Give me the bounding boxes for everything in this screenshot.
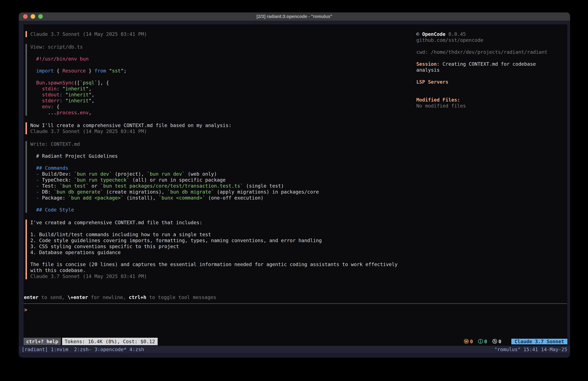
terminal-line: View: script/db.ts	[30, 44, 426, 50]
terminal-line: stderr: "inherit",	[30, 98, 426, 104]
window-titlebar[interactable]: [2/3] radiant:3:opencode - "romulus"	[19, 12, 570, 21]
message-block: I've created a comprehensive CONTEXT.md …	[25, 220, 426, 279]
terminal-line: 2. Code style guidelines covering import…	[30, 238, 426, 244]
terminal-content: Claude 3.7 Sonnet (14 May 2025 03:41 PM)…	[19, 21, 570, 358]
tmux-right-status: "romulus" 15:41 14-May-25	[494, 347, 567, 352]
session-sidebar: © OpenCode 0.0.45github.com/sst/opencode…	[416, 31, 570, 109]
info-circle-icon: ⓘ0	[478, 338, 487, 345]
terminal-line: Claude 3.7 Sonnet (14 May 2025 03:41 PM)	[30, 273, 426, 279]
terminal-line	[30, 147, 426, 153]
terminal-line: Write: CONTEXT.md	[30, 141, 426, 147]
terminal-line: The file is concise (20 lines) and captu…	[30, 261, 426, 267]
sidebar-line	[416, 43, 570, 49]
sidebar-line	[416, 91, 570, 97]
tmux-window-2[interactable]: 2:zsh-	[71, 347, 91, 352]
sidebar-line: Session: Creating CONTEXT.md for codebas…	[416, 61, 570, 67]
terminal-line: stdout: "inherit",	[30, 92, 426, 98]
terminal-line: 3. CSS styling conventions specific to t…	[30, 244, 426, 249]
tool-write-block: Write: CONTEXT.md # Radiant Project Guid…	[25, 141, 426, 213]
status-bar: ctrl+? help Tokens: 16.4K (8%), Cost: $0…	[23, 338, 567, 345]
terminal-line	[30, 255, 426, 261]
warning-circle-icon: ⓦ0	[464, 338, 473, 345]
terminal-line: import { Resource } from "sst";	[30, 68, 426, 74]
terminal-line: - DB: `bun db generate` (create migratio…	[30, 189, 426, 195]
terminal-line: Claude 3.7 Sonnet (14 May 2025 03:41 PM)	[30, 31, 426, 37]
terminal-line: ...process.env,	[30, 110, 426, 116]
sidebar-line	[416, 85, 570, 91]
terminal-line	[30, 159, 426, 165]
hint-circle-icon: ⓗ0	[492, 338, 501, 345]
terminal-line	[30, 225, 426, 231]
terminal-line	[30, 62, 426, 68]
tokens-cost-badge: Tokens: 16.4K (8%), Cost: $0.12	[62, 338, 158, 345]
tool-view-block: View: script/db.ts #!/usr/bin/env bun im…	[25, 44, 426, 116]
terminal-line	[30, 201, 426, 207]
terminal-line: stdin: "inherit",	[30, 86, 426, 92]
sidebar-line	[416, 55, 570, 61]
terminal-line	[30, 50, 426, 56]
sidebar-line: Modified Files:	[416, 97, 570, 103]
tmux-session-name: [radiant]	[22, 347, 51, 352]
sidebar-line: analysis	[416, 67, 570, 73]
message-block: Now I'll create a comprehensive CONTEXT.…	[25, 122, 426, 134]
terminal-line: ## Commands	[30, 165, 426, 171]
keybind-help-line: enter to send, \+enter for newline, ctrl…	[24, 294, 216, 300]
sidebar-line: LSP Servers	[416, 79, 570, 85]
message-header-block: Claude 3.7 Sonnet (14 May 2025 03:41 PM)	[25, 31, 426, 37]
terminal-line: I've created a comprehensive CONTEXT.md …	[30, 220, 426, 225]
tmux-window-1[interactable]: 1:nvim	[51, 347, 71, 352]
terminal-line: Claude 3.7 Sonnet (14 May 2025 03:41 PM)	[30, 128, 426, 134]
terminal-line: - Package: `bun add <package>` (install)…	[30, 195, 426, 201]
sidebar-line: github.com/sst/opencode	[416, 37, 570, 43]
sidebar-line: No modified files	[416, 103, 570, 109]
diagnostics-counters: ⓦ0ⓘ0ⓗ0	[464, 338, 504, 345]
input-divider	[23, 303, 567, 304]
prompt-input[interactable]: >	[24, 307, 27, 313]
tmux-window-4[interactable]: 4:zsh	[126, 347, 144, 352]
terminal-line: - TypeCheck: `bun run typecheck` (all) o…	[30, 177, 426, 183]
conversation-pane: Claude 3.7 Sonnet (14 May 2025 03:41 PM)…	[25, 31, 426, 286]
sidebar-line	[416, 73, 570, 79]
sidebar-line: © OpenCode 0.0.45	[416, 31, 570, 37]
help-badge: ctrl+? help	[23, 338, 61, 345]
terminal-line: - Test: `bun test` or `bun test packages…	[30, 183, 426, 189]
terminal-line: - Build/Dev: `bun run dev` (project), `b…	[30, 171, 426, 177]
terminal-window: [2/3] radiant:3:opencode - "romulus" Cla…	[19, 12, 570, 358]
tmux-window-3[interactable]: 3:opencode*	[92, 347, 127, 352]
terminal-line: # Radiant Project Guidelines	[30, 153, 426, 159]
terminal-line: env: {	[30, 104, 426, 110]
terminal-line: ## Code Style	[30, 207, 426, 213]
terminal-line: Now I'll create a comprehensive CONTEXT.…	[30, 122, 426, 128]
sidebar-line: cwd: /home/thdxr/dev/projects/radiant/ra…	[416, 49, 570, 55]
terminal-line: 4. Database operations guidance	[30, 249, 426, 255]
model-badge: Claude 3.7 Sonnet	[511, 339, 567, 344]
opencode-tui: Claude 3.7 Sonnet (14 May 2025 03:41 PM)…	[23, 24, 567, 346]
keybind-help-text: enter to send, \+enter for newline, ctrl…	[24, 294, 216, 300]
tmux-status-bar: [radiant] 1:nvim 2:zsh- 3:opencode* 4:zs…	[19, 346, 570, 353]
terminal-line: 1. Build/lint/test commands including ho…	[30, 231, 426, 238]
terminal-line: with this codebase.	[30, 267, 426, 273]
window-title: [2/3] radiant:3:opencode - "romulus"	[19, 14, 570, 19]
terminal-line	[30, 74, 426, 80]
terminal-line: #!/usr/bin/env bun	[30, 56, 426, 62]
terminal-line: Bun.spawnSync([`psql`], {	[30, 80, 426, 86]
prompt-caret: >	[24, 307, 27, 313]
